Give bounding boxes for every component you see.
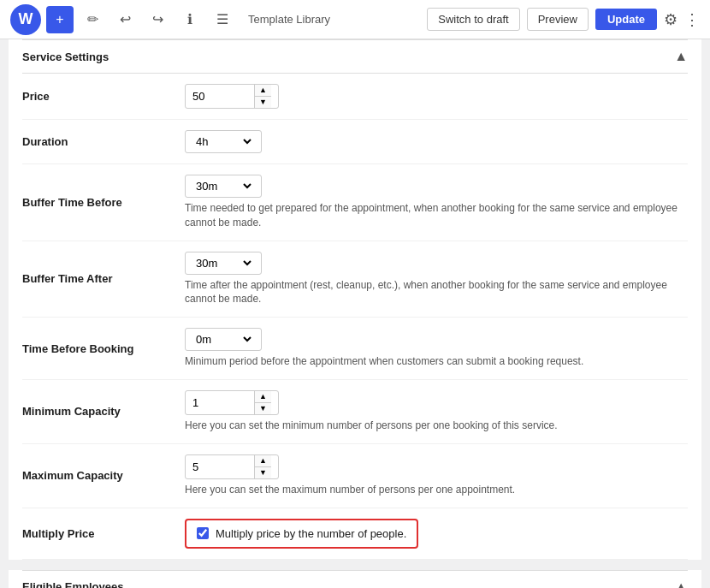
eligible-employees-toggle[interactable]: ▲ — [674, 579, 688, 588]
price-input[interactable]: 50 — [186, 86, 254, 106]
buffer-before-select-wrapper[interactable]: 30m 0m 15m 1h — [185, 175, 262, 198]
multiply-price-label: Multiply Price — [22, 508, 185, 559]
multiply-price-checkbox-label: Multiply price by the number of people. — [216, 527, 406, 540]
buffer-after-control: 30m 0m 15m 1h Time after the appointment… — [185, 241, 688, 318]
price-row: Price 50 ▲ ▼ — [22, 74, 688, 120]
min-capacity-control: 1 ▲ ▼ Here you can set the minimum numbe… — [185, 379, 688, 443]
max-capacity-spinner[interactable]: 5 ▲ ▼ — [185, 454, 279, 479]
duration-row: Duration 4h 1h 2h 3h — [22, 120, 688, 164]
time-before-booking-row: Time Before Booking 0m 15m 30m 1h Minimu… — [22, 318, 688, 380]
service-settings-section: Service Settings ▲ Price 50 ▲ ▼ — [9, 39, 701, 560]
service-settings-header: Service Settings ▲ — [22, 39, 688, 74]
time-before-booking-control: 0m 15m 30m 1h Minimum period before the … — [185, 318, 688, 380]
multiply-price-checkbox[interactable] — [197, 527, 209, 539]
topbar: W + ✏ ↩ ↪ ℹ ☰ Template Library Switch to… — [0, 0, 710, 39]
topbar-title: Template Library — [248, 13, 422, 26]
add-button[interactable]: + — [46, 6, 74, 33]
buffer-before-row: Buffer Time Before 30m 0m 15m 1h Time ne… — [22, 164, 688, 241]
buffer-after-label: Buffer Time After — [22, 241, 185, 318]
min-capacity-up[interactable]: ▲ — [255, 391, 271, 403]
buffer-before-control: 30m 0m 15m 1h Time needed to get prepare… — [185, 164, 688, 241]
duration-select-wrapper[interactable]: 4h 1h 2h 3h — [185, 130, 262, 153]
buffer-after-help: Time after the appointment (rest, cleanu… — [185, 278, 688, 307]
settings-icon[interactable]: ⚙ — [664, 10, 677, 29]
list-icon[interactable]: ☰ — [209, 6, 236, 33]
price-arrows: ▲ ▼ — [254, 85, 271, 108]
undo-icon[interactable]: ↩ — [111, 6, 139, 33]
buffer-after-select-wrapper[interactable]: 30m 0m 15m 1h — [185, 252, 262, 275]
service-settings-title: Service Settings — [22, 50, 109, 63]
buffer-before-select[interactable]: 30m 0m 15m 1h — [192, 179, 254, 193]
time-before-booking-select-wrapper[interactable]: 0m 15m 30m 1h — [185, 328, 262, 351]
redo-icon[interactable]: ↪ — [144, 6, 171, 33]
more-options-icon[interactable]: ⋮ — [684, 10, 700, 29]
duration-label: Duration — [22, 120, 185, 164]
update-button[interactable]: Update — [595, 9, 657, 30]
eligible-employees-header: Eligible Employees ▲ — [22, 570, 688, 588]
wp-logo: W — [10, 4, 41, 35]
min-capacity-help: Here you can set the minimum number of p… — [185, 419, 688, 433]
main-content: Service Settings ▲ Price 50 ▲ ▼ — [0, 39, 710, 588]
min-capacity-arrows: ▲ ▼ — [254, 391, 271, 414]
max-capacity-control: 5 ▲ ▼ Here you can set the maximum numbe… — [185, 443, 688, 508]
duration-select[interactable]: 4h 1h 2h 3h — [192, 134, 254, 149]
multiply-price-row: Multiply Price Multiply price by the num… — [22, 508, 688, 559]
time-before-booking-select[interactable]: 0m 15m 30m 1h — [192, 332, 254, 347]
min-capacity-spinner[interactable]: 1 ▲ ▼ — [185, 390, 279, 415]
price-spinner[interactable]: 50 ▲ ▼ — [185, 84, 279, 109]
max-capacity-arrows: ▲ ▼ — [254, 455, 271, 478]
buffer-before-help: Time needed to get prepared for the appo… — [185, 201, 688, 230]
max-capacity-input[interactable]: 5 — [186, 457, 254, 477]
max-capacity-up[interactable]: ▲ — [255, 455, 271, 467]
eligible-employees-section: Eligible Employees ▲ Employees Ashley El… — [9, 570, 701, 588]
time-before-booking-help: Minimum period before the appointment wh… — [185, 354, 688, 369]
service-settings-toggle[interactable]: ▲ — [674, 49, 688, 64]
min-capacity-down[interactable]: ▼ — [255, 403, 271, 414]
multiply-price-control: Multiply price by the number of people. — [185, 508, 688, 559]
eligible-employees-title: Eligible Employees — [22, 580, 124, 588]
multiply-price-highlight-box: Multiply price by the number of people. — [185, 519, 418, 549]
min-capacity-row: Minimum Capacity 1 ▲ ▼ Here you can set … — [22, 379, 688, 443]
service-settings-table: Price 50 ▲ ▼ Duration — [22, 74, 688, 560]
max-capacity-label: Maximum Capacity — [22, 443, 185, 508]
min-capacity-label: Minimum Capacity — [22, 379, 185, 443]
switch-draft-button[interactable]: Switch to draft — [427, 8, 519, 31]
buffer-after-row: Buffer Time After 30m 0m 15m 1h Time aft… — [22, 241, 688, 318]
max-capacity-help: Here you can set the maximum number of p… — [185, 483, 688, 497]
duration-control: 4h 1h 2h 3h — [185, 120, 688, 164]
max-capacity-down[interactable]: ▼ — [255, 467, 271, 478]
preview-button[interactable]: Preview — [527, 8, 589, 31]
price-control: 50 ▲ ▼ — [185, 74, 688, 120]
buffer-before-label: Buffer Time Before — [22, 164, 185, 241]
time-before-booking-label: Time Before Booking — [22, 318, 185, 380]
buffer-after-select[interactable]: 30m 0m 15m 1h — [192, 256, 254, 270]
edit-icon[interactable]: ✏ — [79, 6, 106, 33]
price-down[interactable]: ▼ — [255, 97, 271, 108]
price-up[interactable]: ▲ — [255, 85, 271, 97]
price-label: Price — [22, 74, 185, 120]
min-capacity-input[interactable]: 1 — [186, 393, 254, 413]
info-icon[interactable]: ℹ — [176, 6, 204, 33]
max-capacity-row: Maximum Capacity 5 ▲ ▼ Here you can set … — [22, 443, 688, 508]
